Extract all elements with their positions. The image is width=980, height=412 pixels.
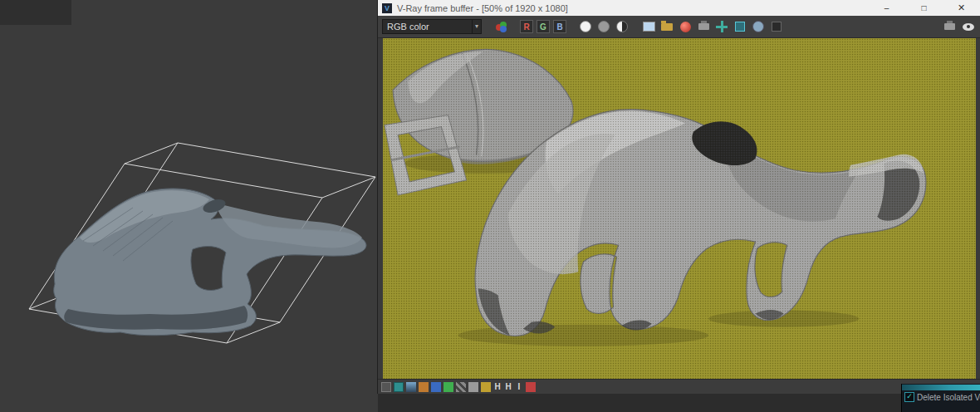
printer-icon	[698, 23, 709, 30]
stamp-icon	[772, 22, 782, 32]
letter-h2-button[interactable]: H	[504, 382, 512, 391]
checkbox-delete-isolated[interactable]: ✓	[904, 392, 914, 402]
region-render-button[interactable]	[733, 19, 747, 34]
minimize-button[interactable]: –	[868, 0, 905, 16]
stamp-button[interactable]	[769, 19, 784, 34]
teal-progress-band	[902, 385, 980, 390]
render-view[interactable]	[383, 38, 976, 379]
eye-icon	[963, 23, 974, 31]
print-image-button[interactable]	[942, 19, 957, 34]
close-button[interactable]: ✕	[943, 0, 980, 16]
channel-select[interactable]: RGB color ▾	[382, 19, 482, 34]
track-mouse-button[interactable]	[714, 19, 729, 34]
grayscale-channel-button[interactable]	[596, 19, 611, 34]
checker-icon[interactable]	[456, 382, 466, 392]
folder-state-icon[interactable]	[481, 382, 491, 392]
vray-elements-sphere-icon[interactable]	[493, 19, 508, 34]
monochrome-toggle-button[interactable]	[615, 19, 630, 34]
swap-icon[interactable]	[431, 382, 441, 392]
save-state-icon[interactable]	[381, 382, 391, 392]
cloth-render	[475, 110, 926, 336]
vfb-toolbar: RGB color ▾ R G B	[378, 16, 980, 38]
blue-channel-button[interactable]: B	[553, 20, 566, 33]
vray-logo-icon: V	[382, 3, 392, 13]
composite-icon[interactable]	[419, 382, 429, 392]
delete-isolated-label: Delete Isolated Ver	[917, 393, 980, 402]
rendered-image	[383, 38, 976, 379]
vfb-title: V-Ray frame buffer - [50% of 1920 x 1080…	[397, 3, 568, 13]
modifier-panel-fragment: ✓ Delete Isolated Ver	[901, 384, 980, 412]
vfb-bottom-toolbar: H H I	[378, 379, 980, 394]
gray-circle-icon	[598, 21, 610, 32]
save-image-button[interactable]	[659, 19, 674, 34]
vfb-titlebar[interactable]: V V-Ray frame buffer - [50% of 1920 x 10…	[378, 0, 980, 16]
white-circle-icon	[580, 21, 591, 32]
viewport-scene	[0, 0, 378, 412]
maximize-button[interactable]: □	[905, 0, 943, 16]
bottom-strip	[378, 394, 980, 412]
globe-icon	[752, 21, 764, 32]
pixel-info-button[interactable]	[751, 19, 766, 34]
printer2-icon	[944, 23, 955, 30]
history-icon[interactable]	[443, 382, 453, 392]
alpha-channel-button[interactable]	[578, 19, 593, 34]
region-icon	[735, 22, 745, 32]
flag-icon[interactable]	[526, 382, 536, 392]
red-channel-button[interactable]: R	[520, 20, 533, 33]
delete-isolated-row[interactable]: ✓ Delete Isolated Ver	[902, 392, 980, 402]
annotate-icon[interactable]	[468, 382, 478, 392]
green-channel-button[interactable]: G	[537, 20, 550, 33]
show-corrections-button[interactable]	[961, 19, 976, 34]
max-viewport[interactable]	[0, 0, 378, 412]
window-controls: – □ ✕	[868, 0, 980, 16]
letter-h-button[interactable]: H	[493, 382, 502, 391]
red-sphere-icon	[680, 22, 691, 32]
crosshair-icon	[716, 21, 728, 32]
duplicate-to-host-button[interactable]	[696, 19, 711, 34]
vray-frame-buffer-window: V V-Ray frame buffer - [50% of 1920 x 10…	[378, 0, 980, 394]
channels-icon[interactable]	[406, 382, 416, 392]
monitor-icon	[643, 22, 655, 32]
folder-icon	[661, 23, 673, 31]
open-state-icon[interactable]	[394, 382, 404, 392]
chevron-down-icon: ▾	[472, 20, 481, 33]
display-correction-button[interactable]	[641, 19, 656, 34]
channel-select-value: RGB color	[387, 22, 429, 32]
letter-i-button[interactable]: I	[515, 382, 523, 391]
half-circle-icon	[616, 21, 628, 32]
clear-image-button[interactable]	[678, 19, 693, 34]
